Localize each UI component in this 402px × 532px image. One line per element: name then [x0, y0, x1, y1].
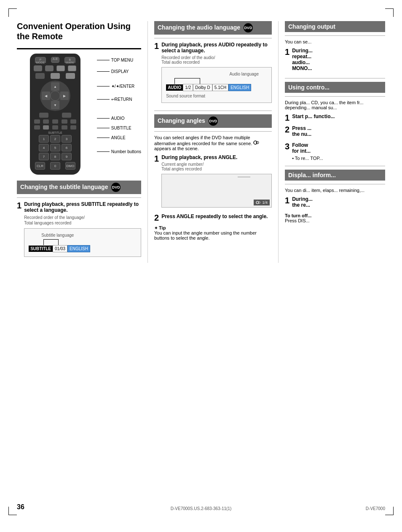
- av-line-1: [174, 78, 175, 84]
- audio-step1: 1 During playback, press AUDIO repeatedl…: [154, 42, 272, 105]
- remote-labels: TOP MENU DISPLAY ✦/✦/ENTER ↩RETURN: [97, 54, 141, 175]
- turn-off-text: Press DIS...: [285, 218, 385, 223]
- using-step2: 2 Press ...the nu...: [285, 125, 385, 139]
- subtitle-divider: [17, 197, 141, 198]
- svg-point-0: [254, 141, 257, 144]
- content-area: Convenient Operation Using the Remote P …: [17, 13, 385, 263]
- dvd-badge-subtitle: DVD: [111, 183, 121, 192]
- subtitle-diagram: Subtitle language SUBTITLE 01/03: [24, 228, 141, 257]
- remote-p5: [70, 125, 76, 130]
- remote-p4: [62, 125, 67, 130]
- subtitle-section-header: Changing the subtitle language DVD: [17, 181, 141, 194]
- audio-divider: [154, 38, 272, 38]
- output-step1: 1 During...repeat...audio...MONO...: [285, 48, 385, 73]
- left-column: Convenient Operation Using the Remote P …: [17, 21, 147, 263]
- subtitle-lang-label: Subtitle language: [41, 233, 137, 238]
- angle-icon: [253, 140, 259, 145]
- remote-menu-area: [51, 73, 60, 79]
- sound-source-label: Sound source format: [166, 94, 267, 98]
- num-7: 7: [39, 153, 49, 160]
- num-1: 1: [39, 135, 49, 143]
- main-title-container: Convenient Operation Using the Remote: [17, 21, 141, 49]
- remote-p3: [52, 125, 58, 130]
- label-angle: ANGLE: [97, 135, 141, 140]
- audio-val2: Dolby D: [193, 84, 212, 91]
- audio-display: AUDIO 1/2 Dolby D 5.1CH ENGLISH: [166, 84, 267, 91]
- using-step3: 3 Followfor int... • To re... TOP...: [285, 142, 385, 161]
- subtitle-diagram-label: Recorded order of the language/ Total la…: [24, 215, 141, 226]
- using-header: Using contro...: [285, 82, 385, 93]
- angle-counter: 1/4: [254, 200, 270, 205]
- remote-sub-label: SUBTITLE: [48, 131, 62, 134]
- num-8: 8: [50, 153, 60, 160]
- dvd-badge-angles: DVD: [209, 116, 218, 126]
- num-4: 4: [39, 144, 49, 151]
- remote-btn-1: [34, 65, 42, 71]
- using-bullet: • To re... TOP...: [292, 156, 385, 161]
- display-divider: [285, 184, 385, 184]
- right-column: Changing output You can se... 1 During..…: [278, 21, 385, 263]
- remote-btn-3: [56, 65, 65, 71]
- angle-diagram: 1/4: [161, 174, 272, 208]
- svg-point-3: [258, 202, 260, 204]
- output-intro: You can se...: [285, 39, 385, 44]
- angle-diagram-label: Current angle number/ Total angles recor…: [161, 162, 272, 171]
- num-clear: CLR: [35, 162, 45, 170]
- remote-t2: [43, 119, 49, 124]
- angles-section-header: Changing angles DVD: [154, 114, 272, 128]
- remote-btn-2: [45, 65, 54, 71]
- output-divider: [285, 35, 385, 36]
- num-5: 5: [50, 144, 60, 151]
- main-title: Convenient Operation Using the Remote: [17, 21, 141, 41]
- num-2: 2: [50, 135, 60, 143]
- num-demo: DMO: [65, 162, 75, 170]
- display-header: Displa... inform...: [285, 170, 385, 181]
- mid-column: Changing the audio language DVD 1 During…: [147, 21, 278, 263]
- page: Convenient Operation Using the Remote P …: [0, 0, 402, 532]
- remote-pmode-btn: P MODE: [35, 57, 46, 63]
- audio-section-header: Changing the audio language DVD: [154, 21, 272, 35]
- label-subtitle: SUBTITLE: [97, 126, 141, 130]
- angles-step1: 1 During playback, press ANGLE. Current …: [154, 154, 272, 210]
- right-divider1: [285, 78, 385, 78]
- num-3: 3: [62, 135, 72, 143]
- dvd-badge-audio: DVD: [244, 23, 253, 32]
- audio-lang-label: Audio language: [166, 72, 259, 76]
- subtitle-val2: ENGLISH: [67, 245, 90, 252]
- audio-diagram-label: Recorded order of the audio/ Total audio…: [161, 55, 272, 65]
- subtitle-step1: 1 During playback, press SUBTITLE repeat…: [17, 201, 141, 259]
- subtitle-val1: 01/03: [53, 245, 67, 252]
- remote-display-area: [35, 73, 45, 79]
- label-display: DISPLAY: [97, 69, 141, 74]
- subtitle-display: SUBTITLE 01/03 ENGLISH: [29, 245, 137, 252]
- angles-intro: You can select angles if the DVD have mu…: [154, 135, 272, 151]
- using-step1: 1 Start p... functio...: [285, 113, 385, 122]
- angle-icon-area: [253, 140, 259, 145]
- turn-off-title: To turn off...: [285, 213, 385, 218]
- using-divider: [285, 96, 385, 97]
- audio-val3: 5.1CH: [212, 84, 228, 91]
- remote-setup-btn: [62, 113, 71, 118]
- display-step1: 1 During...the re...: [285, 196, 385, 210]
- num-0: 0: [50, 162, 60, 170]
- audio-val1: 1/2: [183, 84, 193, 91]
- num-9: 9: [62, 153, 72, 160]
- remote-p2: [43, 125, 49, 130]
- dpad-left: ◀: [42, 92, 50, 100]
- remote-return-btn: [39, 113, 48, 118]
- label-audio: AUDIO: [97, 116, 141, 121]
- tip-text: You can input the angle number using the…: [154, 230, 272, 240]
- output-step1-title: During...repeat...audio...MONO...: [292, 48, 385, 71]
- av-line-2: [200, 78, 200, 84]
- footer-center: D-VE7000S.US.2-683-363-11(1): [171, 506, 232, 511]
- mid-divider: [154, 111, 272, 111]
- v-line-1: [43, 239, 44, 245]
- dpad-down: ▼: [51, 101, 59, 109]
- remote-t3: [52, 119, 58, 124]
- remote-btn-4: [68, 65, 76, 71]
- page-number: 36: [17, 503, 24, 511]
- remote-p1: [34, 125, 40, 130]
- audio-val4: ENGLISH: [228, 84, 251, 91]
- svg-point-1: [256, 141, 259, 144]
- angle-counter-icon: [256, 200, 261, 205]
